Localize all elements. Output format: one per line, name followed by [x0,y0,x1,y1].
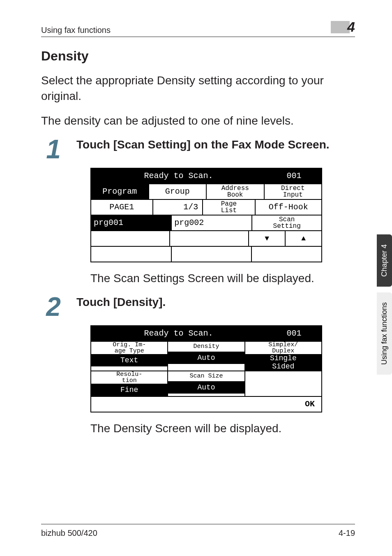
lcd2-counter: 001 [267,326,321,341]
side-tab-section: Using fax functions [377,292,392,375]
prg001-button[interactable]: prg001 [91,215,172,230]
chevron-up-icon: ▲ [301,234,306,243]
density-button[interactable]: Density Auto [168,342,245,371]
lcd1-counter: 001 [267,169,321,183]
tab-address-book[interactable]: Address Book [207,184,265,199]
blank-column [245,371,321,396]
ok-button[interactable]: OK [91,397,321,412]
scan-settings-screen: Ready to Scan. 001 Orig. Im- age Type Te… [90,325,322,412]
simplex-duplex-label: Simplex/ Duplex [245,342,321,354]
scan-size-value: Auto [168,381,244,394]
footer-model: bizhub 500/420 [41,528,97,538]
simplex-duplex-button[interactable]: Simplex/ Duplex Single Sided [245,342,321,371]
step-2-result: The Density Screen will be displayed. [90,421,355,436]
step-1-number: 1 [41,139,66,160]
page-position: 1/3 [153,200,203,215]
orig-image-type-value: Text [91,354,167,366]
simplex-duplex-value: Single Sided [245,354,321,371]
footer-page-number: 4-19 [339,528,355,538]
tab-group[interactable]: Group [149,184,207,199]
running-header: Using fax functions 4 [41,19,355,35]
intro-paragraph-2: The density can be adjusted to one of ni… [41,113,355,129]
step-1-result: The Scan Settings Screen will be display… [90,271,355,286]
scan-size-button[interactable]: Scan Size Auto [168,371,245,396]
side-tab-chapter: Chapter 4 [377,234,392,287]
orig-image-type-label: Orig. Im- age Type [91,342,167,354]
step-1-text: Touch [Scan Setting] on the Fax Mode Scr… [76,137,330,152]
resolution-value: Fine [91,384,167,396]
orig-image-type-button[interactable]: Orig. Im- age Type Text [91,342,168,371]
scroll-up-button[interactable]: ▲ [286,231,321,246]
lcd2-status: Ready to Scan. [91,326,267,341]
empty-slot-5 [252,247,321,262]
page-list-button[interactable]: Page List [203,200,255,215]
section-title: Density [41,49,355,64]
chapter-number: 4 [347,19,355,35]
step-2-number: 2 [41,297,66,317]
empty-slot-3 [91,247,172,262]
page: Using fax functions 4 Density Select the… [0,0,392,556]
step-2-text: Touch [Density]. [76,295,166,309]
scroll-down-button[interactable]: ▼ [249,231,286,246]
step-2: 2 Touch [Density]. [41,295,355,317]
header-rule [41,37,355,37]
page-label: PAGE1 [91,200,153,215]
empty-slot-2 [170,231,249,246]
tab-direct-input[interactable]: Direct Input [265,184,322,199]
density-label: Density [168,342,244,352]
lcd1-status: Ready to Scan. [91,169,267,183]
running-title: Using fax functions [41,25,111,35]
density-value: Auto [168,352,244,364]
fax-mode-screen: Ready to Scan. 001 Program Group Address… [90,168,322,262]
scan-setting-button[interactable]: Scan Setting [252,215,321,230]
tab-program[interactable]: Program [91,184,149,199]
intro-paragraph-1: Select the appropriate Density setting a… [41,73,355,104]
resolution-label: Resolu- tion [91,371,167,384]
scan-size-label: Scan Size [168,371,244,381]
chevron-down-icon: ▼ [265,234,269,243]
side-tabs: Chapter 4 Using fax functions [377,234,392,375]
prg002-button[interactable]: prg002 [172,215,252,230]
chapter-badge: 4 [331,19,355,35]
step-1: 1 Touch [Scan Setting] on the Fax Mode S… [41,137,355,160]
page-footer: bizhub 500/420 4-19 [41,524,355,538]
blank-bot [245,381,321,394]
off-hook-button[interactable]: Off-Hook [256,200,321,215]
empty-slot-4 [172,247,252,262]
empty-slot-1 [91,231,170,246]
blank-top [245,371,321,381]
resolution-button[interactable]: Resolu- tion Fine [91,371,168,396]
